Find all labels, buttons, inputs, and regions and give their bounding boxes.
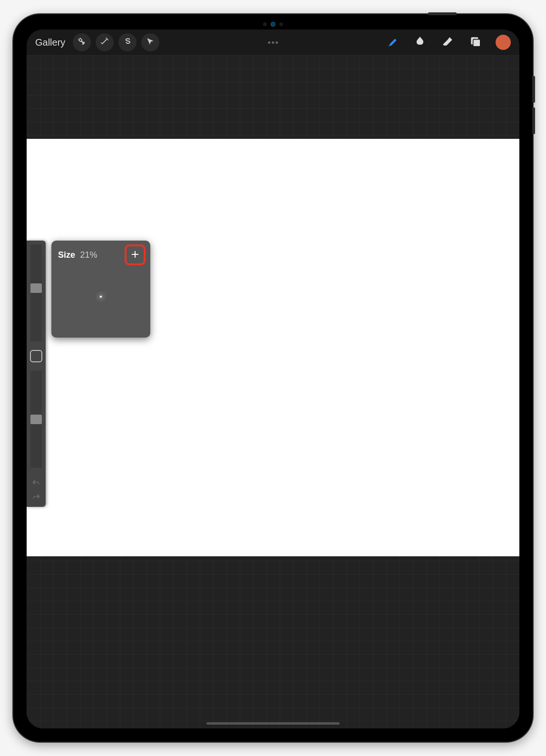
smudge-tool-button[interactable] bbox=[413, 35, 427, 49]
volume-down-button bbox=[532, 107, 535, 134]
home-indicator[interactable] bbox=[206, 722, 340, 725]
smudge-icon bbox=[414, 35, 426, 49]
undo-button[interactable] bbox=[31, 478, 41, 488]
eraser-tool-button[interactable] bbox=[440, 35, 455, 49]
layers-icon bbox=[469, 35, 481, 49]
brush-size-slider[interactable] bbox=[30, 244, 42, 341]
dot-icon bbox=[272, 41, 274, 44]
brush-size-preview bbox=[58, 263, 144, 330]
selection-s-icon bbox=[123, 37, 132, 48]
svg-rect-1 bbox=[473, 39, 480, 47]
arrow-cursor-icon bbox=[146, 37, 155, 48]
size-value: 21% bbox=[80, 250, 97, 260]
dot-icon bbox=[268, 41, 271, 44]
brush-preview-dot bbox=[99, 295, 102, 298]
brush-icon bbox=[386, 35, 399, 49]
redo-button[interactable] bbox=[31, 493, 41, 502]
camera-notch bbox=[240, 21, 306, 28]
wrench-icon bbox=[77, 37, 87, 48]
sidebar-modify-button[interactable] bbox=[30, 350, 42, 362]
brush-size-thumb[interactable] bbox=[30, 283, 42, 293]
canvas[interactable] bbox=[27, 139, 519, 556]
gallery-button[interactable]: Gallery bbox=[35, 37, 65, 48]
brush-opacity-slider[interactable] bbox=[30, 371, 42, 468]
selection-button[interactable] bbox=[118, 33, 136, 51]
screen: Gallery bbox=[27, 29, 519, 728]
left-sidebar bbox=[27, 241, 46, 507]
plus-icon bbox=[131, 249, 139, 261]
wand-icon bbox=[100, 37, 109, 48]
workspace-background: Size 21% bbox=[27, 55, 519, 728]
transform-arrow-button[interactable] bbox=[141, 33, 159, 51]
eraser-icon bbox=[441, 35, 454, 49]
adjustments-wand-button[interactable] bbox=[96, 33, 114, 51]
dot-icon bbox=[276, 41, 278, 44]
brush-size-popover: Size 21% bbox=[51, 241, 150, 338]
layers-button[interactable] bbox=[468, 35, 482, 49]
size-plus-button[interactable] bbox=[127, 246, 144, 263]
brush-tool-button[interactable] bbox=[385, 35, 400, 49]
ipad-device-frame: Gallery bbox=[13, 14, 533, 742]
size-label: Size bbox=[58, 250, 75, 260]
volume-up-button bbox=[532, 76, 535, 103]
actions-wrench-button[interactable] bbox=[73, 33, 91, 51]
modify-menu-dots[interactable] bbox=[268, 41, 278, 44]
brush-opacity-thumb[interactable] bbox=[30, 415, 42, 424]
power-button bbox=[428, 12, 457, 15]
color-picker-button[interactable] bbox=[496, 35, 511, 50]
top-toolbar: Gallery bbox=[27, 29, 519, 55]
